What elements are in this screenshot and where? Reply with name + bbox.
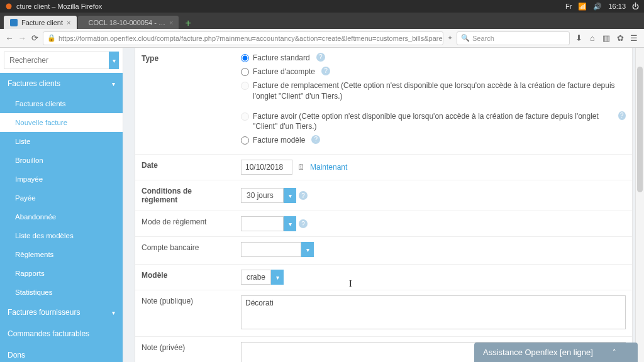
close-icon[interactable]: × — [67, 19, 70, 26]
radio-modele-label: Facture modèle — [253, 135, 305, 145]
new-tab-button[interactable]: + — [180, 18, 196, 29]
download-icon[interactable]: ⬇ — [574, 33, 584, 43]
radio-acompte[interactable] — [241, 68, 249, 76]
row-date: Date 🗓 Maintenant — [135, 155, 632, 180]
label-mode: Mode de règlement — [135, 211, 235, 236]
chevron-down-icon: ▾ — [284, 188, 296, 203]
sidebar-section-commandes-facturables[interactable]: Commandes facturables — [0, 323, 123, 344]
chevron-down-icon: ▾ — [271, 270, 284, 285]
radio-avoir — [241, 112, 249, 121]
calendar-icon[interactable]: 🗓 — [295, 161, 308, 173]
addons-icon[interactable]: ✿ — [615, 33, 625, 43]
browser-search[interactable]: 🔍 Search — [457, 31, 570, 45]
forward-icon[interactable]: → — [18, 34, 26, 43]
help-icon[interactable]: ? — [316, 53, 325, 62]
reload-icon[interactable]: ⟳ — [30, 34, 39, 43]
help-icon[interactable]: ? — [299, 191, 308, 200]
row-mode: Mode de règlement ▾ ? — [135, 211, 632, 237]
label-conditions: Conditions de règlement — [135, 180, 235, 211]
sidebar-search: ▾ — [0, 48, 123, 73]
row-modele: Modèle crabe ▾ — [135, 265, 632, 290]
section-label: Factures clients — [8, 79, 60, 88]
help-icon[interactable]: ? — [311, 135, 320, 144]
sidebar-search-button[interactable]: ▾ — [109, 52, 119, 69]
os-top-bar: cture client – Mozilla Firefox Fr 📶 🔊 16… — [0, 0, 644, 13]
modele-select[interactable]: crabe ▾ — [241, 270, 284, 285]
chevron-down-icon: ▾ — [112, 80, 115, 87]
mode-select[interactable]: ▾ — [241, 216, 296, 231]
text-cursor-icon: I — [349, 279, 352, 289]
scrollbar-thumb[interactable] — [637, 67, 643, 192]
label-note-privee: Note (privée) — [135, 337, 235, 362]
close-icon[interactable]: × — [169, 19, 173, 26]
help-icon[interactable]: ? — [321, 67, 330, 75]
tab-label: COCL 18-10-000054 - … — [88, 19, 165, 26]
chevron-down-icon: ▾ — [284, 216, 296, 231]
sidebar-item-factures-clients[interactable]: Factures clients — [0, 94, 123, 113]
lang-indicator: Fr — [565, 3, 572, 10]
browser-tab-strip: Facture client × COCL 18-10-000054 - … ×… — [0, 13, 644, 29]
url-text: https://formation.openflex.cloud/compta/… — [58, 35, 443, 42]
back-icon[interactable]: ← — [5, 34, 14, 43]
assistance-label: Assistance Openflex [en ligne] — [483, 348, 593, 357]
browser-tab-inactive[interactable]: COCL 18-10-000054 - … × — [78, 16, 179, 29]
now-link[interactable]: Maintenant — [310, 163, 347, 172]
sidebar: ▾ Factures clients ▾ Factures clients No… — [0, 48, 123, 362]
note-publique-textarea[interactable] — [241, 295, 626, 329]
conditions-select[interactable]: 30 jours ▾ — [241, 188, 296, 203]
section-label: Dons — [8, 351, 25, 359]
sidebar-section-dons[interactable]: Dons — [0, 344, 123, 362]
chevron-up-icon: ˄ — [613, 348, 616, 356]
sidebar-item-abandonnee[interactable]: Abandonnée — [0, 207, 123, 226]
sidebar-item-statistiques[interactable]: Statistiques — [0, 283, 123, 302]
compte-select[interactable]: ▾ — [241, 242, 314, 257]
help-icon[interactable]: ? — [299, 219, 308, 228]
radio-standard[interactable] — [241, 54, 249, 62]
label-compte: Compte bancaire — [135, 237, 235, 264]
assistance-widget[interactable]: Assistance Openflex [en ligne] ˄ — [474, 343, 638, 362]
sidebar-section-factures-fournisseurs[interactable]: Factures fournisseurs ▾ — [0, 302, 123, 323]
sidebar-nav: Factures clients ▾ Factures clients Nouv… — [0, 73, 123, 362]
tab-favicon — [10, 19, 18, 26]
row-note-publique: Note (publique) — [135, 290, 632, 337]
main-content: Type Facture standard ? Facture d'acompt… — [123, 48, 644, 362]
label-note-publique: Note (publique) — [135, 290, 235, 336]
svg-point-0 — [6, 4, 12, 9]
sidebar-item-liste[interactable]: Liste — [0, 132, 123, 151]
sidebar-item-nouvelle-facture[interactable]: Nouvelle facture — [0, 113, 123, 132]
sidebar-item-rapports[interactable]: Rapports — [0, 264, 123, 283]
help-icon[interactable]: ? — [618, 111, 626, 120]
lock-icon: 🔒 — [47, 34, 56, 42]
address-bar[interactable]: 🔒 https://formation.openflex.cloud/compt… — [43, 31, 443, 45]
browser-url-bar: ← → ⟳ 🔒 https://formation.openflex.cloud… — [0, 29, 644, 48]
menu-icon[interactable]: ☰ — [629, 33, 639, 43]
row-type: Type Facture standard ? Facture d'acompt… — [135, 48, 632, 155]
library-icon[interactable]: ▥ — [601, 33, 611, 43]
radio-avoir-label: Facture avoir (Cette option n'est dispon… — [253, 111, 612, 131]
radio-modele[interactable] — [241, 136, 249, 145]
firefox-icon — [5, 3, 13, 10]
chevron-down-icon: ▾ — [112, 309, 115, 316]
network-icon: 📶 — [578, 3, 587, 11]
sidebar-item-brouillon[interactable]: Brouillon — [0, 151, 123, 170]
mode-value — [241, 216, 284, 231]
browser-tab-active[interactable]: Facture client × — [4, 16, 77, 29]
sidebar-search-input[interactable] — [4, 52, 109, 69]
section-label: Commandes facturables — [8, 329, 89, 338]
sidebar-item-payee[interactable]: Payée — [0, 189, 123, 207]
sidebar-section-factures-clients[interactable]: Factures clients ▾ — [0, 73, 123, 94]
scrollbar[interactable] — [635, 48, 644, 362]
sidebar-item-reglements[interactable]: Règlements — [0, 245, 123, 264]
chevron-down-icon: ▾ — [301, 242, 314, 257]
label-modele: Modèle — [135, 265, 235, 290]
date-input[interactable] — [241, 160, 292, 175]
label-type: Type — [135, 48, 235, 154]
search-icon: 🔍 — [461, 34, 470, 42]
label-date: Date — [135, 155, 235, 180]
sound-icon: 🔊 — [593, 3, 602, 11]
power-icon: ⏻ — [632, 3, 639, 10]
radio-remplacement-label: Facture de remplacement (Cette option n'… — [253, 80, 626, 101]
sidebar-item-impayee[interactable]: Impayée — [0, 170, 123, 189]
home-icon[interactable]: ⌂ — [587, 33, 597, 43]
sidebar-item-liste-modeles[interactable]: Liste des modèles — [0, 226, 123, 245]
